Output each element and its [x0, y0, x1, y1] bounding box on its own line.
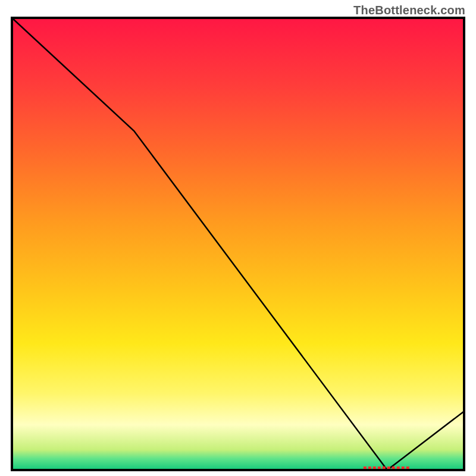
svg-rect-3 — [378, 466, 381, 469]
svg-rect-7 — [397, 466, 400, 469]
svg-rect-8 — [402, 466, 405, 469]
svg-rect-4 — [383, 466, 386, 469]
svg-rect-0 — [364, 466, 367, 469]
svg-rect-9 — [406, 466, 409, 469]
plot-background — [12, 18, 464, 470]
svg-rect-6 — [392, 466, 395, 469]
chart-stage: TheBottleneck.com — [0, 0, 476, 476]
svg-rect-5 — [387, 466, 390, 469]
svg-rect-1 — [368, 466, 371, 469]
bottleneck-chart — [0, 0, 476, 476]
svg-rect-2 — [373, 466, 376, 469]
